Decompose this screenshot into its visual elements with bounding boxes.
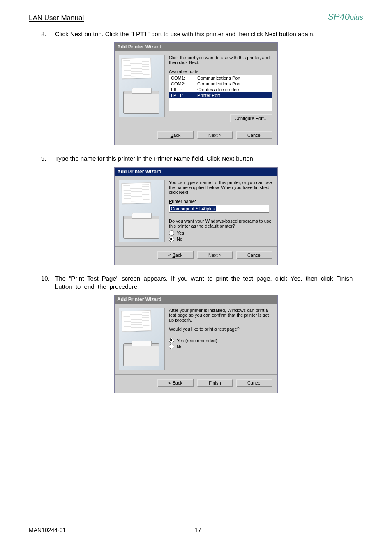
default-printer-question: Do you want your Windows-based programs … [169,219,272,228]
page-number: 17 [195,527,201,533]
finish-button[interactable]: Finish [197,379,233,387]
available-ports-label: Available ports: [169,69,272,74]
back-button[interactable]: Back [157,131,194,139]
printer-name-value: Compuprint SP40plus [170,206,216,211]
wizard-illustration [119,308,165,370]
cancel-button[interactable]: Cancel [236,131,272,139]
step-number: 10. [41,274,55,291]
radio-yes[interactable]: Yes [169,230,272,236]
dialog-printer-name: Add Printer Wizard You can type a name f… [114,167,278,265]
step-number: 9. [41,154,55,163]
ports-listbox[interactable]: COM1: Communications Port COM2: Communic… [169,75,272,111]
product-suffix: plus [350,13,363,21]
dialog-titlebar: Add Printer Wizard [115,168,277,176]
back-button[interactable]: < Back [157,379,194,387]
port-row-com1[interactable]: COM1: Communications Port [169,75,272,81]
test-page-question: Would you like to print a test page? [169,327,272,332]
product-logo: SP40plus [327,12,363,22]
port-row-com2[interactable]: COM2: Communications Port [169,81,272,87]
wizard-illustration [119,180,165,242]
radio-no[interactable]: No [169,237,272,242]
port-row-file[interactable]: FILE: Creates a file on disk [169,87,272,92]
step-10: 10. The "Print Test Page" screen appears… [41,274,359,291]
cancel-button[interactable]: Cancel [236,251,272,259]
radio-icon [169,230,174,236]
radio-yes[interactable]: Yes (recommended) [169,338,272,343]
dialog-titlebar: Add Printer Wizard [115,295,277,304]
configure-port-button[interactable]: Configure Port... [230,114,272,122]
radio-icon [169,237,174,242]
back-button[interactable]: < Back [157,251,194,259]
next-button[interactable]: Next > [197,131,233,139]
step-text: Type the name for this printer in the Pr… [55,154,359,163]
page-header: LAN User Manual SP40plus [29,12,363,24]
step-text: The "Print Test Page" screen appears. If… [55,274,359,291]
step-8: 8. Click Next button. Click the "LPT1" p… [41,30,359,38]
printer-name-label: Printer name: [169,199,272,204]
printer-name-input[interactable]: Compuprint SP40plus [169,205,269,213]
manual-title: LAN User Manual [29,14,84,22]
dialog-titlebar: Add Printer Wizard [115,43,277,51]
dialog-instruction: After your printer is installed, Windows… [169,308,272,322]
product-name: SP40 [327,12,350,22]
step-text: Click Next button. Click the "LPT1" port… [55,30,359,38]
radio-icon [169,344,174,349]
radio-icon [169,338,174,343]
dialog-instruction: You can type a name for this printer, or… [169,180,272,195]
cancel-button[interactable]: Cancel [236,379,272,387]
dialog-select-port: Add Printer Wizard Click the port you wa… [114,42,278,145]
port-row-lpt1[interactable]: LPT1: Printer Port [169,92,272,98]
doc-id: MAN10244-01 [29,527,66,533]
wizard-illustration [119,55,165,117]
next-button[interactable]: Next > [197,251,233,259]
step-9: 9. Type the name for this printer in the… [41,154,359,163]
dialog-instruction: Click the port you want to use with this… [169,55,272,65]
step-number: 8. [41,30,55,38]
page-footer: MAN10244-01 17 [29,525,363,533]
radio-no[interactable]: No [169,344,272,349]
dialog-test-page: Add Printer Wizard After your printer is… [114,295,278,393]
